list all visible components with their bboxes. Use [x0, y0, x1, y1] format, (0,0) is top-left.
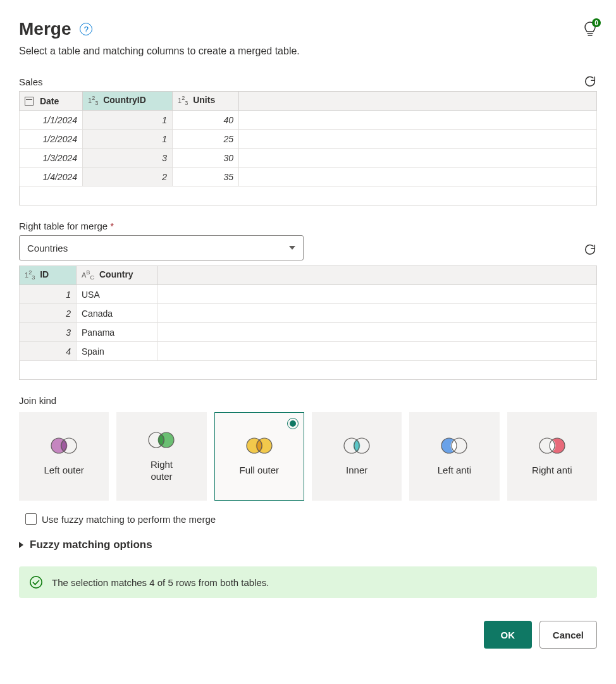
table-cell: 40 — [173, 111, 239, 130]
table-row[interactable]: 3Panama — [20, 323, 597, 342]
table-row[interactable]: 4Spain — [20, 342, 597, 361]
right-table-label: Right table for merge — [19, 221, 108, 231]
required-asterisk: * — [110, 221, 114, 231]
dialog-title: Merge — [19, 19, 71, 39]
lightbulb-tips-icon[interactable]: 0 — [583, 21, 597, 37]
join-kind-full-outer[interactable]: Full outer — [214, 412, 304, 501]
right-table-select[interactable]: Countries — [19, 235, 304, 260]
table-cell: Canada — [77, 304, 157, 323]
help-icon[interactable]: ? — [80, 23, 92, 35]
table-cell: 1 — [20, 285, 77, 304]
fuzzy-options-expander[interactable]: Fuzzy matching options — [19, 539, 597, 551]
column-header[interactable]: Date — [20, 92, 83, 111]
table-cell: 3 — [20, 323, 77, 342]
join-kind-label: Join kind — [19, 395, 597, 406]
selected-radio-icon — [287, 418, 299, 429]
right-table[interactable]: 123 IDABC Country 1USA2Canada3Panama4Spa… — [19, 266, 597, 380]
column-header[interactable]: 123 CountryID — [83, 92, 173, 111]
fuzzy-options-label: Fuzzy matching options — [30, 539, 152, 551]
column-header[interactable]: 123 ID — [20, 266, 77, 285]
column-header-label: CountryID — [103, 95, 146, 105]
left-table[interactable]: Date123 CountryID123 Units 1/1/20241401/… — [19, 91, 597, 205]
svg-point-0 — [30, 577, 42, 588]
fuzzy-matching-label: Use fuzzy matching to perform the merge — [42, 514, 216, 525]
table-cell: Spain — [77, 342, 157, 361]
join-kind-label: Right anti — [532, 464, 572, 477]
number-type-icon: 123 — [178, 97, 188, 104]
venn-icon — [49, 436, 79, 455]
table-cell: Panama — [77, 323, 157, 342]
join-kind-label: Full outer — [240, 464, 280, 477]
table-row[interactable]: 1/4/2024235 — [20, 168, 597, 186]
join-kind-left-anti[interactable]: Left anti — [409, 412, 499, 501]
chevron-down-icon — [289, 246, 295, 250]
table-row[interactable]: 1/3/2024330 — [20, 149, 597, 168]
table-cell: 1/1/2024 — [20, 111, 83, 130]
column-header[interactable]: ABC Country — [77, 266, 157, 285]
status-message: The selection matches 4 of 5 rows from b… — [52, 577, 269, 588]
calendar-icon — [25, 97, 34, 106]
join-kind-label: Left anti — [438, 464, 471, 477]
number-type-icon: 123 — [88, 97, 98, 104]
checkmark-circle-icon — [29, 575, 43, 589]
table-cell: 4 — [20, 342, 77, 361]
refresh-left-icon[interactable] — [583, 75, 597, 89]
refresh-right-icon[interactable] — [583, 243, 597, 257]
ok-button[interactable]: OK — [484, 621, 532, 649]
text-type-icon: ABC — [82, 271, 94, 279]
table-cell: 35 — [173, 168, 239, 186]
column-header-label: ID — [40, 269, 49, 279]
venn-icon — [537, 436, 567, 455]
table-cell: 1/2/2024 — [20, 130, 83, 149]
table-cell: 30 — [173, 149, 239, 168]
fuzzy-matching-checkbox[interactable] — [25, 513, 37, 525]
table-cell: 1 — [83, 130, 173, 149]
venn-icon — [342, 436, 372, 455]
table-cell: 2 — [20, 304, 77, 323]
left-table-name: Sales — [19, 76, 43, 87]
venn-icon — [146, 431, 176, 449]
dialog-subtitle: Select a table and matching columns to c… — [19, 46, 597, 57]
number-type-icon: 123 — [25, 271, 35, 279]
table-row[interactable]: 1USA — [20, 285, 597, 304]
table-cell: 1/4/2024 — [20, 168, 83, 186]
table-cell: 3 — [83, 149, 173, 168]
status-banner: The selection matches 4 of 5 rows from b… — [19, 566, 597, 598]
cancel-button[interactable]: Cancel — [539, 621, 597, 649]
lightbulb-badge: 0 — [592, 18, 601, 27]
table-row[interactable]: 2Canada — [20, 304, 597, 323]
join-kind-right-anti[interactable]: Right anti — [507, 412, 597, 501]
table-cell: 25 — [173, 130, 239, 149]
venn-icon — [244, 436, 274, 455]
column-header-label: Units — [193, 95, 215, 105]
table-cell: 2 — [83, 168, 173, 186]
column-header[interactable]: 123 Units — [173, 92, 239, 111]
join-kind-label: Rightouter — [151, 458, 173, 483]
join-kind-right-outer[interactable]: Rightouter — [116, 412, 206, 501]
table-cell: USA — [77, 285, 157, 304]
table-cell: 1/3/2024 — [20, 149, 83, 168]
right-table-selected-value: Countries — [27, 243, 68, 253]
join-kind-left-outer[interactable]: Left outer — [19, 412, 109, 501]
join-kind-label: Left outer — [44, 464, 83, 477]
column-header-label: Date — [40, 96, 59, 106]
chevron-right-icon — [19, 542, 23, 548]
join-kind-inner[interactable]: Inner — [312, 412, 402, 501]
column-header-label: Country — [99, 269, 133, 279]
table-row[interactable]: 1/2/2024125 — [20, 130, 597, 149]
join-kind-label: Inner — [346, 464, 367, 477]
table-cell: 1 — [83, 111, 173, 130]
venn-icon — [439, 436, 469, 455]
table-row[interactable]: 1/1/2024140 — [20, 111, 597, 130]
